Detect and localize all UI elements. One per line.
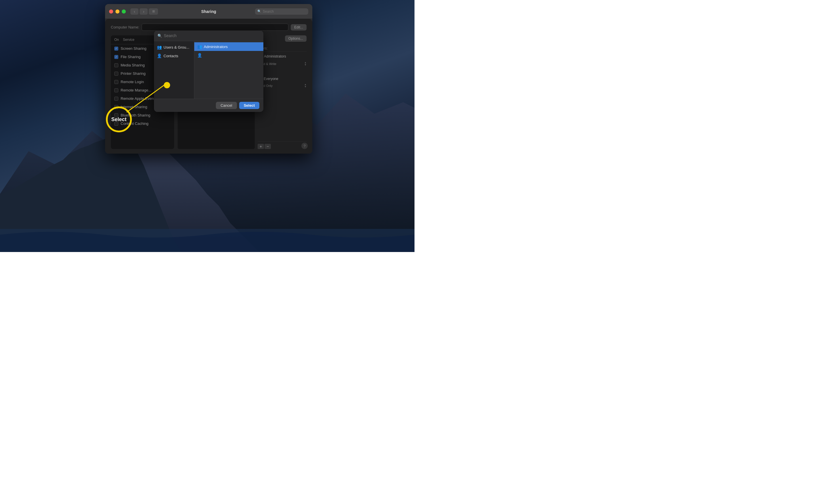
result-administrators[interactable]: 👥 Administrators: [194, 42, 263, 51]
users-groups-icon: 👥: [157, 45, 162, 49]
sharing-window: ‹ › ⊞ Sharing 🔍 Computer Name: Edit... O…: [105, 4, 312, 154]
sheet-search-bar: 🔍: [154, 31, 263, 41]
sheet-sources: 👥 Users & Grou... 👤 Contacts: [154, 41, 194, 99]
result-empty[interactable]: 👤: [194, 51, 263, 60]
source-contacts-label: Contacts: [164, 54, 178, 58]
sheet-body: 👥 Users & Grou... 👤 Contacts 👥 Administr…: [154, 41, 263, 99]
sheet-search-input[interactable]: [164, 33, 260, 38]
result-administrators-icon: 👥: [197, 44, 202, 49]
contacts-icon: 👤: [157, 53, 162, 58]
back-button[interactable]: ‹: [131, 8, 139, 15]
window-title: Sharing: [201, 9, 216, 14]
search-icon: 🔍: [257, 9, 261, 13]
title-search-input[interactable]: [263, 9, 306, 13]
maximize-button[interactable]: [122, 9, 126, 13]
select-button[interactable]: Select: [239, 102, 259, 109]
user-picker-sheet: 🔍 👥 Users & Grou... 👤 Contacts: [154, 31, 263, 112]
close-button[interactable]: [109, 9, 113, 13]
result-empty-icon: 👤: [197, 53, 202, 57]
nav-buttons: ‹ ›: [131, 8, 148, 15]
sheet-overlay: 🔍 👥 Users & Grou... 👤 Contacts: [105, 19, 312, 154]
minimize-button[interactable]: [115, 9, 119, 13]
cancel-button[interactable]: Cancel: [216, 102, 237, 109]
result-administrators-name: Administrators: [204, 45, 228, 49]
source-contacts[interactable]: 👤 Contacts: [154, 51, 194, 60]
forward-button[interactable]: ›: [140, 8, 148, 15]
window-content: Computer Name: Edit... On Service Screen…: [105, 19, 312, 154]
traffic-lights: [109, 9, 126, 13]
sheet-footer: Cancel Select: [154, 99, 263, 112]
source-users-groups-label: Users & Grou...: [164, 45, 189, 49]
sheet-search-icon: 🔍: [157, 34, 162, 38]
source-users-groups[interactable]: 👥 Users & Grou...: [154, 43, 194, 51]
title-search-bar[interactable]: 🔍: [255, 8, 308, 15]
grid-button[interactable]: ⊞: [149, 8, 158, 15]
sheet-results: 👥 Administrators 👤: [194, 41, 263, 99]
title-bar: ‹ › ⊞ Sharing 🔍: [105, 4, 312, 19]
